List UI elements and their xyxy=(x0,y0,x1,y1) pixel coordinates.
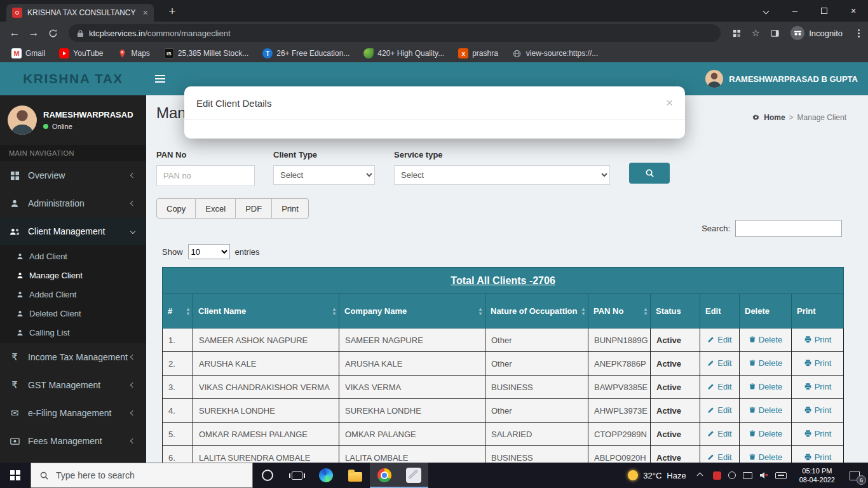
sidebar-toggle-button[interactable] xyxy=(146,62,174,95)
sidebar-user-panel: RAMESHWARPRASAD B GU Online xyxy=(0,95,146,145)
delete-link[interactable]: Delete xyxy=(749,429,783,438)
print-link[interactable]: Print xyxy=(804,405,832,415)
print-link[interactable]: Print xyxy=(804,358,832,368)
column-header-occupation[interactable]: Nature of Occupattion xyxy=(485,294,588,329)
edit-link[interactable]: Edit xyxy=(707,405,731,415)
bookmark-prashra[interactable]: prashra xyxy=(453,46,503,60)
copy-button[interactable]: Copy xyxy=(156,198,196,219)
bookmark-youtube[interactable]: YouTube xyxy=(54,46,108,60)
show-label: Show xyxy=(162,247,183,257)
sidebar-item-administration[interactable]: Administration xyxy=(0,189,146,217)
tray-icons xyxy=(707,471,793,480)
cell-client: OMKAR RAMESH PALANGE xyxy=(193,423,339,446)
breadcrumb-home-link[interactable]: Home xyxy=(764,113,785,122)
bookmark-star-icon[interactable]: ☆ xyxy=(746,27,765,39)
delete-link[interactable]: Delete xyxy=(749,382,783,391)
bookmark-high-quality[interactable]: 420+ High Quality... xyxy=(358,46,449,60)
excel-button[interactable]: Excel xyxy=(196,198,236,219)
window-maximize-button[interactable] xyxy=(810,0,839,22)
window-close-button[interactable]: × xyxy=(839,0,868,22)
chrome-taskbar-button[interactable] xyxy=(370,463,399,488)
modal-close-icon[interactable]: × xyxy=(666,96,673,110)
pdf-button[interactable]: PDF xyxy=(236,198,272,219)
back-button[interactable]: ← xyxy=(5,27,24,39)
sidebar-item-add-client[interactable]: Add Client xyxy=(0,247,146,266)
table-search-input[interactable] xyxy=(735,220,842,237)
taskbar-search[interactable]: Type here to search xyxy=(31,463,253,488)
sidebar-item-calling-list[interactable]: Calling List xyxy=(0,323,146,342)
address-bar[interactable]: ktcplservices.in/common/manageclient xyxy=(69,24,721,42)
sidebar-item-overview[interactable]: Overview xyxy=(0,161,146,189)
sidebar-item-income-tax-management[interactable]: ₹ Income Tax Management xyxy=(0,343,146,371)
bookmark-free-education[interactable]: 26+ Free Education... xyxy=(257,46,355,60)
sidebar-item-gst-management[interactable]: ₹ GST Management xyxy=(0,371,146,399)
browser-tab[interactable]: KRISHNA TAX CONSULTANCY PV × xyxy=(6,4,154,22)
browser-menu-icon[interactable] xyxy=(849,32,868,34)
window-minimize-button[interactable]: – xyxy=(780,0,810,22)
page-size-select[interactable]: 10 xyxy=(188,244,230,259)
reload-button[interactable] xyxy=(43,29,62,38)
client-type-select[interactable]: Select xyxy=(273,165,375,185)
taskbar-weather[interactable]: 32°C Haze xyxy=(621,470,693,480)
service-type-select[interactable]: Select xyxy=(394,165,610,185)
print-link[interactable]: Print xyxy=(804,452,832,462)
header-user-menu[interactable]: RAMESHWARPRASAD B GUPTA xyxy=(705,62,858,95)
tray-app-icon[interactable] xyxy=(713,471,721,480)
delete-link[interactable]: Delete xyxy=(749,335,783,344)
sidebar-item-fees-management[interactable]: Fees Management xyxy=(0,427,146,455)
print-button[interactable]: Print xyxy=(272,198,309,219)
cell-occupation: SALARIED xyxy=(485,423,588,446)
extensions-icon[interactable] xyxy=(727,29,746,37)
delete-link[interactable]: Delete xyxy=(749,405,783,415)
print-link[interactable]: Print xyxy=(804,382,832,391)
tray-circle-icon[interactable] xyxy=(728,471,736,479)
bookmark-millet-stock[interactable]: 25,385 Millet Stock... xyxy=(159,46,254,60)
print-link[interactable]: Print xyxy=(804,335,832,344)
new-tab-button[interactable]: + xyxy=(164,3,180,20)
tab-close-icon[interactable]: × xyxy=(143,8,148,17)
sidebar-item-client-management[interactable]: Client Management xyxy=(0,217,146,245)
pan-input[interactable] xyxy=(156,165,255,186)
edge-taskbar-button[interactable] xyxy=(311,463,341,488)
delete-link[interactable]: Delete xyxy=(749,452,783,462)
bookmark-view-source[interactable]: view-source:https://... xyxy=(507,46,603,60)
touch-keyboard-icon[interactable] xyxy=(775,472,787,479)
column-header-company-name[interactable]: Company Name xyxy=(339,294,485,329)
sidebar-item-deleted-client[interactable]: Deleted Client xyxy=(0,304,146,323)
bookmark-gmail[interactable]: Gmail xyxy=(6,46,50,60)
side-panel-icon[interactable] xyxy=(765,29,784,37)
sidebar-item-manage-client[interactable]: Manage Client xyxy=(0,266,146,285)
edit-link[interactable]: Edit xyxy=(707,358,731,368)
edit-link[interactable]: Edit xyxy=(707,429,731,438)
tab-search-chevron-icon[interactable] xyxy=(751,0,780,22)
edit-link[interactable]: Edit xyxy=(707,335,731,344)
notes-app-button[interactable] xyxy=(399,463,428,488)
bookmark-maps[interactable]: Maps xyxy=(112,46,155,60)
taskbar-clock[interactable]: 05:10 PM 08-04-2022 xyxy=(793,466,841,484)
sidebar-item-efiling-management[interactable]: ✉ e-Filing Management xyxy=(0,399,146,427)
tray-expand-button[interactable] xyxy=(693,473,707,478)
column-header-sr[interactable]: # xyxy=(163,294,193,329)
column-header-status[interactable]: Status xyxy=(651,294,700,329)
brand-logo[interactable]: KRISHNA TAX xyxy=(0,62,146,95)
start-button[interactable] xyxy=(0,463,31,488)
cortana-button[interactable] xyxy=(253,463,282,488)
edit-link[interactable]: Edit xyxy=(707,382,731,391)
search-button[interactable] xyxy=(629,163,670,184)
column-header-client-name[interactable]: Client Name xyxy=(193,294,339,329)
delete-link[interactable]: Delete xyxy=(749,358,783,368)
file-explorer-button[interactable] xyxy=(341,463,370,488)
edit-link[interactable]: Edit xyxy=(707,452,731,462)
sidebar-item-added-client[interactable]: Added Client xyxy=(0,285,146,304)
volume-icon[interactable] xyxy=(759,471,768,479)
bookmark-label: YouTube xyxy=(73,49,103,58)
cell-pan: BUNPN1889G xyxy=(588,329,651,352)
cell-sr: 1. xyxy=(163,329,193,352)
display-tray-icon[interactable] xyxy=(743,472,752,479)
action-center-button[interactable]: 6 xyxy=(841,463,868,488)
task-view-button[interactable] xyxy=(282,463,311,488)
print-link[interactable]: Print xyxy=(804,429,832,438)
forward-button[interactable]: → xyxy=(24,27,43,39)
column-header-pan[interactable]: PAN No xyxy=(588,294,651,329)
bookmark-label: 26+ Free Education... xyxy=(276,49,349,58)
